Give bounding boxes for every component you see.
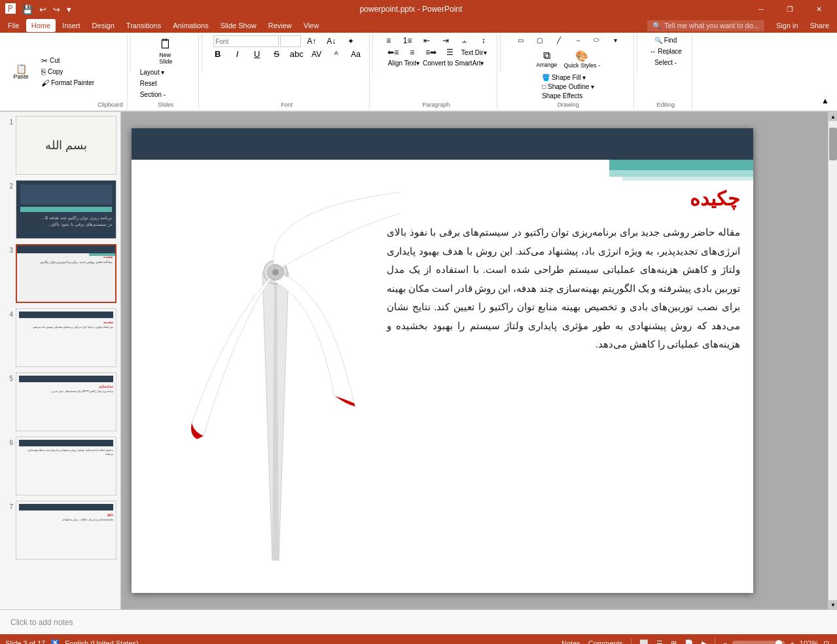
zoom-out-button[interactable]: − xyxy=(721,638,730,644)
align-right-button[interactable]: ≡➡ xyxy=(422,47,440,58)
save-button[interactable]: 💾 xyxy=(20,3,35,16)
menu-review[interactable]: Review xyxy=(263,19,297,32)
share-button[interactable]: Share xyxy=(805,19,834,32)
menu-animations[interactable]: Animations xyxy=(168,19,213,32)
shape-outline-button[interactable]: □ Shape Outline ▾ xyxy=(540,82,596,91)
clear-format-button[interactable]: ✦ xyxy=(342,36,360,46)
convert-smartart-button[interactable]: Convert to SmartArt▾ xyxy=(421,59,485,67)
menu-slideshow[interactable]: Slide Show xyxy=(215,19,262,32)
zoom-slider[interactable] xyxy=(732,641,785,644)
line-button[interactable]: ╱ xyxy=(550,36,568,45)
scroll-up-arrow[interactable]: ▲ xyxy=(828,112,837,121)
layout-button[interactable]: Layout ▾ xyxy=(137,67,194,77)
slide-thumb-7[interactable]: نتایج نتایج شبیه‌سازی و ارزیابی عملکرد ر… xyxy=(16,501,116,560)
align-center-button[interactable]: ≡ xyxy=(403,47,421,58)
bullets-button[interactable]: ≡ xyxy=(380,35,398,46)
notes-placeholder[interactable]: Click to add notes xyxy=(10,618,73,627)
slide-item-6[interactable]: 6 محتوای اسلاید ششم شامل توضیح روش پیشنه… xyxy=(3,435,118,497)
slide-item-3[interactable]: 3 چکیده مقاله حاضر روشی جدید برای برنامه… xyxy=(3,243,118,304)
shadow-button[interactable]: abc xyxy=(287,48,306,60)
signin-button[interactable]: Sign in xyxy=(771,19,804,32)
slide-thumb-1[interactable]: بسم الله xyxy=(16,116,116,175)
font-name-input[interactable] xyxy=(213,35,279,47)
shape-fill-button[interactable]: 🪣 Shape Fill ▾ xyxy=(540,73,596,82)
reset-button[interactable]: Reset xyxy=(137,79,194,88)
replace-button[interactable]: ↔ Replace xyxy=(647,46,684,56)
text-direction-button[interactable]: Text Dir▾ xyxy=(460,48,488,57)
strikethrough-button[interactable]: S xyxy=(268,48,286,60)
decrease-indent-button[interactable]: ⇤ xyxy=(418,35,436,46)
copy-button[interactable]: ⎘ Copy xyxy=(39,67,96,77)
slide-thumb-5[interactable]: مدل‌سازی برنامه‌ریزی توان راکتیو (RPP) ب… xyxy=(16,372,116,431)
redo-button[interactable]: ↪ xyxy=(50,3,63,16)
slide-item-7[interactable]: 7 نتایج نتایج شبیه‌سازی و ارزیابی عملکرد… xyxy=(3,499,118,561)
line-spacing-button[interactable]: ↕ xyxy=(474,35,493,46)
align-text-button[interactable]: Align Text▾ xyxy=(387,59,421,67)
close-button[interactable]: ✕ xyxy=(806,0,832,18)
format-painter-button[interactable]: 🖌 Format Painter xyxy=(39,78,96,88)
menu-design[interactable]: Design xyxy=(87,19,120,32)
underline-button[interactable]: U xyxy=(248,48,266,60)
menu-file[interactable]: File xyxy=(3,19,25,32)
scroll-down-arrow[interactable]: ▼ xyxy=(828,600,837,609)
zoom-in-button[interactable]: + xyxy=(787,638,796,644)
columns-button[interactable]: ⫠ xyxy=(455,35,474,46)
oval-button[interactable]: ⬭ xyxy=(588,35,606,45)
cut-button[interactable]: ✂ Cut xyxy=(39,56,96,66)
slide-panel[interactable]: 1 بسم الله 2 برنامه ریزی توان راکتیو چند… xyxy=(0,112,121,609)
notes-area[interactable]: Click to add notes xyxy=(0,609,837,634)
fit-slide-button[interactable]: ⊡ xyxy=(821,638,832,645)
menu-transitions[interactable]: Transitions xyxy=(121,19,166,32)
slide-body[interactable]: مقاله حاضر روشی جدید برای برنامه‌ریزی تو… xyxy=(387,223,740,354)
increase-indent-button[interactable]: ⇥ xyxy=(436,35,455,46)
notes-button[interactable]: Notes xyxy=(559,638,583,644)
numbering-button[interactable]: 1≡ xyxy=(399,35,417,46)
shape-effects-button[interactable]: Shape Effects xyxy=(540,92,596,100)
tell-me-input[interactable]: Tell me what you want to do... xyxy=(664,22,759,29)
zoom-slider-thumb[interactable] xyxy=(775,640,782,644)
menu-view[interactable]: View xyxy=(298,19,325,32)
collapse-ribbon-button[interactable]: ▲ xyxy=(816,95,834,107)
align-left-button[interactable]: ⬅≡ xyxy=(384,47,402,58)
slide-thumb-2[interactable]: برنامه ریزی توان راکتیو چند هدفه &... در… xyxy=(16,180,116,239)
char-spacing-button[interactable]: AV xyxy=(308,49,326,60)
slide-thumb-6[interactable]: محتوای اسلاید ششم شامل توضیح روش پیشنهاد… xyxy=(16,437,116,495)
restore-button[interactable]: ❐ xyxy=(777,0,803,18)
font-color-button[interactable]: A xyxy=(327,49,346,60)
find-button[interactable]: 🔍 Find xyxy=(652,35,679,45)
decrease-font-button[interactable]: A↓ xyxy=(322,36,340,46)
slide-item-2[interactable]: 2 برنامه ریزی توان راکتیو چند هدفه &... … xyxy=(3,179,118,240)
undo-button[interactable]: ↩ xyxy=(37,3,49,16)
quick-styles-button[interactable]: 🎨 Quick Styles - xyxy=(561,46,603,72)
text-highlight-button[interactable]: Aa xyxy=(347,49,365,60)
arrow-button[interactable]: → xyxy=(569,36,587,45)
section-button[interactable]: Section - xyxy=(137,90,194,99)
slide-item-4[interactable]: 4 مقدمه متن اسلاید چهارم در اینجا قرار م… xyxy=(3,307,118,368)
slide-thumb-3[interactable]: چکیده مقاله حاضر روشی جدید برای برنامه‌ر… xyxy=(16,244,116,303)
customize-qat-button[interactable]: ▾ xyxy=(64,3,74,16)
more-shapes-button[interactable]: ▾ xyxy=(607,36,625,45)
slide-thumb-4[interactable]: مقدمه متن اسلاید چهارم در اینجا قرار می‌… xyxy=(16,308,116,367)
slide-title[interactable]: چکیده xyxy=(387,187,740,210)
justify-button[interactable]: ☰ xyxy=(441,47,459,58)
new-slide-button[interactable]: 🗒 NewSlide xyxy=(154,35,177,66)
slide-item-5[interactable]: 5 مدل‌سازی برنامه‌ریزی توان راکتیو (RPP)… xyxy=(3,371,118,433)
increase-font-button[interactable]: A↑ xyxy=(302,36,321,46)
view-slide-sorter-button[interactable]: ⊞ xyxy=(668,638,679,645)
italic-button[interactable]: I xyxy=(228,48,247,60)
view-outline-button[interactable]: ☰ xyxy=(654,638,666,645)
view-normal-button[interactable]: ⬜ xyxy=(637,638,651,645)
view-reading-button[interactable]: ▶ xyxy=(699,638,709,645)
menu-insert[interactable]: Insert xyxy=(57,19,86,32)
slide-item-1[interactable]: 1 بسم الله xyxy=(3,115,118,176)
view-notes-button[interactable]: 📄 xyxy=(682,638,696,645)
rect-shape-button[interactable]: ▭ xyxy=(512,36,530,45)
font-size-input[interactable] xyxy=(280,35,301,47)
menu-home[interactable]: Home xyxy=(26,19,56,32)
arrange-button[interactable]: ⧉ Arrange xyxy=(533,46,560,72)
rounded-rect-button[interactable]: ▢ xyxy=(531,36,549,45)
minimize-button[interactable]: ─ xyxy=(748,0,774,18)
select-button[interactable]: Select - xyxy=(652,58,679,67)
slide-canvas[interactable]: چکیده مقاله حاضر روشی جدید برای برنامه‌ر… xyxy=(132,128,753,593)
bold-button[interactable]: B xyxy=(209,48,227,60)
